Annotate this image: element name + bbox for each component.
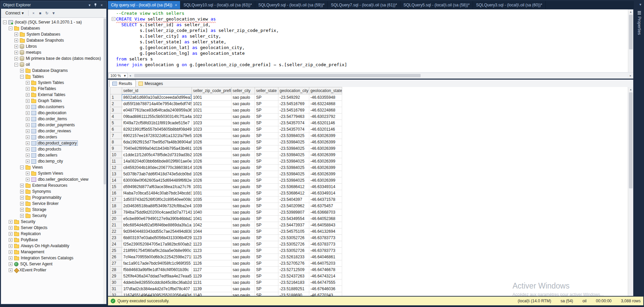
- grid-cell[interactable]: -23.53984025: [278, 133, 309, 139]
- grid-cell[interactable]: 1026: [192, 171, 231, 177]
- grid-cell[interactable]: 1026: [192, 177, 231, 184]
- grid-cell[interactable]: 1001: [192, 94, 231, 101]
- grid-cell[interactable]: e5cbe890e679490127e9a390b46bbd20: [122, 216, 192, 222]
- grid-cell[interactable]: -46.64046861: [309, 254, 342, 260]
- expand-icon[interactable]: +: [26, 147, 30, 151]
- grid-cell[interactable]: sao paulo: [231, 114, 255, 120]
- grid-cell[interactable]: 7040e82f899a04d1b434b795a43b4617: [122, 145, 192, 152]
- grid-cell[interactable]: b6c6854d4d92a5f6f46be8869da3fa1a: [122, 222, 192, 228]
- row-header[interactable]: 12: [110, 165, 122, 171]
- grid-cell[interactable]: sao paulo: [231, 248, 255, 254]
- tree-item[interactable]: +dbo.order_reviews: [1, 128, 106, 134]
- grid-cell[interactable]: -46.63026399: [309, 145, 342, 152]
- tab-properties[interactable]: Properties: [636, 10, 643, 46]
- tree-item[interactable]: +Server Objects: [1, 225, 106, 231]
- column-header[interactable]: geolocation_state: [309, 87, 342, 94]
- grid-cell[interactable]: -23.53686412: [278, 190, 309, 196]
- expand-icon[interactable]: +: [9, 226, 12, 230]
- expand-icon[interactable]: +: [26, 123, 30, 127]
- tab-results[interactable]: Results: [109, 80, 136, 87]
- expand-icon[interactable]: +: [26, 129, 30, 133]
- tree-item[interactable]: +Libros: [1, 43, 106, 49]
- grid-cell[interactable]: SP: [255, 254, 278, 260]
- grid-cell[interactable]: SP: [255, 241, 278, 248]
- row-header[interactable]: 21: [110, 222, 122, 228]
- grid-cell[interactable]: d594982fd877af63ace38ea1fca27c76: [122, 184, 192, 190]
- collapse-icon[interactable]: −: [20, 166, 24, 169]
- grid-cell[interactable]: 09bad886111255c5b5030314fc7f1a4a: [122, 114, 192, 120]
- tree-item[interactable]: +dbo.sellers: [1, 152, 106, 158]
- grid-cell[interactable]: SP: [255, 196, 278, 203]
- row-header[interactable]: 18: [110, 203, 122, 209]
- expand-icon[interactable]: +: [26, 141, 30, 145]
- grid-cell[interactable]: -23.53686412: [278, 184, 309, 190]
- grid-cell[interactable]: 52f0fe436a347ddad7edf9aa4e27eaa5: [122, 273, 192, 279]
- grid-cell[interactable]: -23.53984025: [278, 145, 309, 152]
- pin-icon[interactable]: [93, 2, 98, 8]
- grid-cell[interactable]: 11674551496443095255202056af43d2: [122, 292, 192, 296]
- grid-cell[interactable]: SP: [255, 286, 278, 292]
- object-explorer-scrollbar[interactable]: [103, 18, 106, 304]
- grid-cell[interactable]: -23.54779463: [278, 114, 309, 120]
- grid-cell[interactable]: sao paulo: [231, 292, 255, 296]
- grid-cell[interactable]: sao paulo: [231, 177, 255, 184]
- grid-cell[interactable]: sao paulo: [231, 216, 255, 222]
- tree-item[interactable]: +SQL Server Agent: [1, 261, 106, 267]
- grid-cell[interactable]: 1139: [192, 286, 231, 292]
- tree-item[interactable]: +Always On High Availability: [1, 243, 106, 249]
- row-header[interactable]: 30: [110, 279, 122, 286]
- grid-cell[interactable]: sao paulo: [231, 190, 255, 196]
- grid-cell[interactable]: sao paulo: [231, 158, 255, 165]
- expand-icon[interactable]: +: [9, 250, 12, 254]
- grid-cell[interactable]: sao paulo: [231, 254, 255, 260]
- grid-cell[interactable]: c1dde11f12d05c478f5de2d7319ad3b2: [122, 152, 192, 158]
- grid-cell[interactable]: 1035: [192, 196, 231, 203]
- row-header[interactable]: 8: [110, 139, 122, 145]
- sql-editor[interactable]: --Create view with sellers−CREATE View s…: [108, 9, 633, 79]
- grid-cell[interactable]: -23.52712509: [278, 267, 309, 273]
- row-header[interactable]: 31: [110, 286, 122, 292]
- expand-icon[interactable]: +: [9, 220, 12, 224]
- expand-icon[interactable]: +: [20, 184, 24, 187]
- grid-cell[interactable]: -46.64052368: [309, 216, 342, 222]
- grid-cell[interactable]: -23.52437263: [278, 273, 309, 279]
- grid-cell[interactable]: -23.54516769: [278, 101, 309, 107]
- grid-cell[interactable]: -46.63224868: [309, 107, 342, 114]
- scroll-right-icon[interactable]: ▸: [628, 74, 633, 77]
- tree-item[interactable]: +Storage: [1, 207, 106, 213]
- scrollbar-thumb[interactable]: [104, 18, 106, 184]
- grid-cell[interactable]: -23.53052726: [278, 235, 309, 241]
- grid-cell[interactable]: 1129: [192, 273, 231, 279]
- tree-item[interactable]: +PolyBase: [1, 237, 106, 243]
- scroll-left-icon[interactable]: ◂: [127, 74, 133, 77]
- tree-item[interactable]: +System Views: [1, 170, 106, 176]
- expand-icon[interactable]: +: [26, 135, 30, 139]
- grid-cell[interactable]: SP: [255, 152, 278, 158]
- grid-cell[interactable]: SP: [255, 235, 278, 241]
- grid-cell[interactable]: -46.63026399: [309, 165, 342, 171]
- tree-item[interactable]: +Database Diagrams: [1, 68, 106, 74]
- expand-icon[interactable]: +: [9, 232, 12, 236]
- grid-cell[interactable]: -46.63224868: [309, 101, 342, 107]
- grid-cell[interactable]: -23.53984025: [278, 165, 309, 171]
- tree-item[interactable]: +Mi primera base de datos (datos medicos…: [1, 55, 106, 61]
- grid-cell[interactable]: sao paulo: [231, 133, 255, 139]
- grid-cell[interactable]: -46.64058843: [309, 222, 342, 228]
- grid-cell[interactable]: SP: [255, 222, 278, 228]
- grid-cell[interactable]: 1026: [192, 139, 231, 145]
- editor-vertical-scrollbar[interactable]: ▲: [628, 9, 633, 73]
- grid-cell[interactable]: -23.54575105: [278, 228, 309, 235]
- grid-cell[interactable]: 1022: [192, 114, 231, 120]
- grid-cell[interactable]: 1123: [192, 248, 231, 254]
- grid-cell[interactable]: f5b84683a9bf9e1df748cf4f0601b39c: [122, 267, 192, 273]
- grid-cell[interactable]: -23.54349554: [278, 216, 309, 222]
- tree-item[interactable]: +Service Broker: [1, 201, 106, 207]
- grid-cell[interactable]: 1131: [192, 279, 231, 286]
- tree-item[interactable]: −oil: [1, 61, 106, 68]
- grid-cell[interactable]: SP: [255, 228, 278, 235]
- grid-cell[interactable]: -46.63783773: [309, 241, 342, 248]
- code-fold-icon[interactable]: −: [112, 17, 115, 21]
- grid-cell[interactable]: -46.64746678: [309, 267, 342, 273]
- expand-icon[interactable]: +: [26, 178, 30, 181]
- row-header[interactable]: 4: [110, 114, 122, 120]
